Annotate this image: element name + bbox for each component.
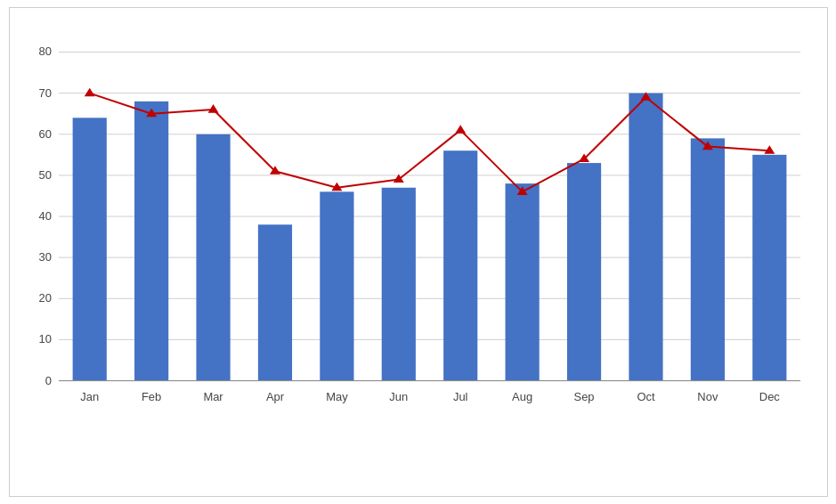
svg-marker-59 [455,125,466,134]
svg-text:10: 10 [38,332,51,345]
svg-text:Nov: Nov [697,390,718,403]
svg-text:40: 40 [38,209,51,223]
svg-text:60: 60 [38,127,51,141]
svg-text:Jan: Jan [80,390,99,403]
svg-rect-22 [196,134,230,381]
svg-text:20: 20 [38,291,51,305]
svg-text:70: 70 [38,86,51,100]
svg-text:50: 50 [38,168,51,182]
svg-text:May: May [326,390,348,403]
svg-marker-55 [207,104,218,113]
main-chart-svg: 01020304050607080JanFebMarAprMayJunJulAu… [59,26,809,434]
svg-rect-26 [320,191,353,380]
svg-rect-38 [690,138,724,380]
svg-rect-32 [505,183,539,380]
chart-area: 01020304050607080JanFebMarAprMayJunJulAu… [59,26,809,434]
svg-text:Jul: Jul [452,390,467,403]
svg-line-45 [274,171,336,187]
svg-rect-40 [752,155,786,381]
svg-text:Feb: Feb [141,390,160,403]
svg-marker-53 [84,88,94,97]
chart-container: 01020304050607080JanFebMarAprMayJunJulAu… [9,7,828,497]
svg-text:80: 80 [38,45,51,58]
svg-rect-18 [72,118,106,380]
svg-rect-34 [566,163,600,381]
svg-rect-28 [381,188,415,381]
svg-text:Aug: Aug [512,390,532,403]
svg-text:Oct: Oct [637,390,655,403]
svg-rect-20 [134,102,168,381]
svg-rect-36 [629,93,662,381]
svg-text:Jun: Jun [389,390,408,403]
svg-text:Sep: Sep [573,390,594,403]
svg-text:0: 0 [45,374,51,387]
svg-text:Mar: Mar [203,390,223,403]
svg-text:30: 30 [38,250,51,264]
svg-text:Dec: Dec [759,390,780,403]
svg-text:Apr: Apr [265,390,284,403]
svg-rect-30 [443,150,477,380]
svg-rect-24 [257,224,291,380]
svg-line-46 [337,180,398,188]
